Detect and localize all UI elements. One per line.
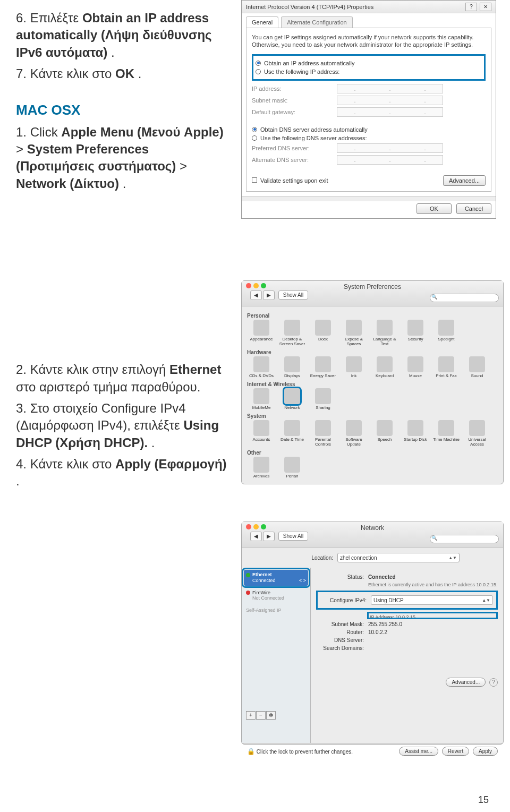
show-all-button[interactable]: Show All bbox=[278, 532, 308, 541]
back-button[interactable]: ◀ bbox=[250, 290, 262, 300]
pref-icon bbox=[346, 420, 362, 436]
pref-item-parental-controls[interactable]: Parental Controls bbox=[309, 420, 337, 447]
pref-item-print-fax[interactable]: Print & Fax bbox=[432, 356, 461, 378]
pref-item-security[interactable]: Security bbox=[401, 320, 430, 346]
advanced-button[interactable]: Advanced... bbox=[446, 678, 486, 687]
pref-icon bbox=[407, 420, 423, 436]
pref-icon bbox=[377, 356, 393, 372]
lock-icon[interactable]: 🔒 bbox=[247, 748, 255, 755]
system-preferences-window: ◀▶ Show All System Preferences Personal … bbox=[241, 280, 504, 484]
pref-item-displays[interactable]: Displays bbox=[278, 356, 307, 378]
pref-icon bbox=[284, 356, 300, 372]
forward-button[interactable]: ▶ bbox=[263, 532, 275, 541]
ok-button[interactable]: OK bbox=[416, 203, 452, 214]
pref-item-network[interactable]: Network bbox=[278, 388, 307, 410]
pref-item-mobileme[interactable]: MobileMe bbox=[247, 388, 276, 410]
pref-icon bbox=[438, 356, 454, 372]
page-number: 15 bbox=[478, 794, 489, 806]
subnet-field[interactable]: ... bbox=[337, 96, 443, 105]
network-window: ◀▶ Show All Network Location: zhel conne… bbox=[241, 522, 504, 745]
cancel-button[interactable]: Cancel bbox=[456, 203, 491, 214]
show-all-button[interactable]: Show All bbox=[278, 290, 308, 300]
pref-item-spotlight[interactable]: Spotlight bbox=[432, 320, 461, 346]
pref-item-cds-dvds[interactable]: CDs & DVDs bbox=[247, 356, 276, 378]
tab-alternate[interactable]: Alternate Configuration bbox=[281, 16, 353, 28]
pref-item-time-machine[interactable]: Time Machine bbox=[432, 420, 461, 447]
help-icon[interactable]: ? bbox=[465, 3, 477, 11]
radio-dns-manual[interactable] bbox=[252, 135, 257, 141]
pref-item-sound[interactable]: Sound bbox=[463, 356, 491, 378]
pref-item-speech[interactable]: Speech bbox=[370, 420, 399, 447]
radio-ip-auto[interactable] bbox=[256, 61, 261, 66]
pref-item-sharing[interactable]: Sharing bbox=[309, 388, 337, 410]
pref-icon bbox=[315, 356, 331, 372]
pref-item-energy-saver[interactable]: Energy Saver bbox=[309, 356, 337, 378]
pref-icon bbox=[284, 320, 300, 336]
pref-item-appearance[interactable]: Appearance bbox=[247, 320, 276, 346]
pref-icon bbox=[284, 388, 300, 404]
ip-highlight: IP Address: 10.0.2.15 bbox=[367, 612, 498, 619]
configure-ipv4-select[interactable]: Using DHCP▲▼ bbox=[371, 595, 493, 605]
gateway-field[interactable]: ... bbox=[337, 107, 443, 117]
ip-address-field[interactable]: ... bbox=[337, 84, 443, 93]
add-service-button[interactable]: + bbox=[246, 711, 256, 720]
pref-icon bbox=[469, 356, 485, 372]
window-title: System Preferences bbox=[344, 283, 401, 290]
sidebar-firewire[interactable]: FireWire Not Connected bbox=[244, 588, 308, 604]
pref-icon bbox=[253, 388, 269, 404]
help-icon[interactable]: ? bbox=[489, 678, 498, 687]
pref-item-expos-spaces[interactable]: Exposé & Spaces bbox=[339, 320, 368, 346]
pref-icon bbox=[377, 320, 393, 336]
revert-button[interactable]: Revert bbox=[442, 747, 469, 756]
sidebar-ethernet[interactable]: Ethernet Connected < > bbox=[244, 570, 308, 586]
remove-service-button[interactable]: − bbox=[256, 711, 266, 720]
search-field[interactable] bbox=[430, 535, 499, 543]
ipv4-properties-dialog: Internet Protocol Version 4 (TCP/IPv4) P… bbox=[241, 0, 496, 219]
mac-step-3: 3. Στο στοιχείο Configure IPv4 (Διαμόρφω… bbox=[16, 400, 228, 451]
pref-item-universal-access[interactable]: Universal Access bbox=[463, 420, 491, 447]
pref-item-accounts[interactable]: Accounts bbox=[247, 420, 276, 447]
mac-step-1: 1. Click Apple Menu (Μενού Apple) > Syst… bbox=[16, 124, 228, 193]
pref-icon bbox=[315, 320, 331, 336]
apply-button[interactable]: Apply bbox=[473, 747, 498, 756]
intro-text: You can get IP settings assigned automat… bbox=[252, 33, 486, 49]
pref-item-keyboard[interactable]: Keyboard bbox=[370, 356, 399, 378]
pref-item-perian[interactable]: Perian bbox=[278, 457, 307, 478]
pref-icon bbox=[253, 457, 269, 473]
pref-item-startup-disk[interactable]: Startup Disk bbox=[401, 420, 430, 447]
pref-icon bbox=[407, 356, 423, 372]
sidebar-selfip[interactable]: Self-Assigned IP bbox=[244, 605, 308, 616]
step-7: 7. Κάντε κλικ στο OK . bbox=[16, 65, 228, 82]
pref-item-mouse[interactable]: Mouse bbox=[401, 356, 430, 378]
pref-item-dock[interactable]: Dock bbox=[309, 320, 337, 346]
mac-step-4: 4. Κάντε κλικ στο Apply (Εφαρμογή) . bbox=[16, 456, 228, 490]
step-6: 6. Επιλέξτε Obtain an IP address automat… bbox=[16, 10, 228, 61]
mac-step-2: 2. Κάντε κλικ στην επιλογή Ethernet στο … bbox=[16, 361, 228, 396]
pref-dns-field[interactable]: ... bbox=[337, 143, 443, 153]
forward-button[interactable]: ▶ bbox=[263, 290, 275, 300]
advanced-button[interactable]: Advanced... bbox=[443, 175, 486, 186]
pref-icon bbox=[438, 420, 454, 436]
validate-checkbox[interactable] bbox=[252, 177, 257, 183]
back-button[interactable]: ◀ bbox=[250, 532, 262, 541]
pref-icon bbox=[284, 420, 300, 436]
pref-icon bbox=[346, 320, 362, 336]
pref-item-date-time[interactable]: Date & Time bbox=[278, 420, 307, 447]
search-field[interactable] bbox=[430, 294, 499, 302]
assist-button[interactable]: Assist me... bbox=[399, 747, 438, 756]
pref-item-archives[interactable]: Archives bbox=[247, 457, 276, 478]
alt-dns-field[interactable]: ... bbox=[337, 155, 443, 165]
location-select[interactable]: zhel connection▲▼ bbox=[337, 553, 460, 562]
pref-item-software-update[interactable]: Software Update bbox=[339, 420, 368, 447]
tab-general[interactable]: General bbox=[246, 16, 278, 28]
pref-item-desktop-screen-saver[interactable]: Desktop & Screen Saver bbox=[278, 320, 307, 346]
pref-item-language-text[interactable]: Language & Text bbox=[370, 320, 399, 346]
close-icon[interactable]: ✕ bbox=[480, 3, 491, 11]
pref-icon bbox=[438, 320, 454, 336]
pref-item-ink[interactable]: Ink bbox=[339, 356, 368, 378]
macosx-heading: MAC OSX bbox=[16, 102, 228, 118]
radio-dns-auto[interactable] bbox=[252, 127, 257, 132]
radio-ip-manual[interactable] bbox=[256, 69, 261, 74]
actions-button[interactable]: ✻ bbox=[266, 711, 276, 720]
pref-icon bbox=[284, 457, 300, 473]
